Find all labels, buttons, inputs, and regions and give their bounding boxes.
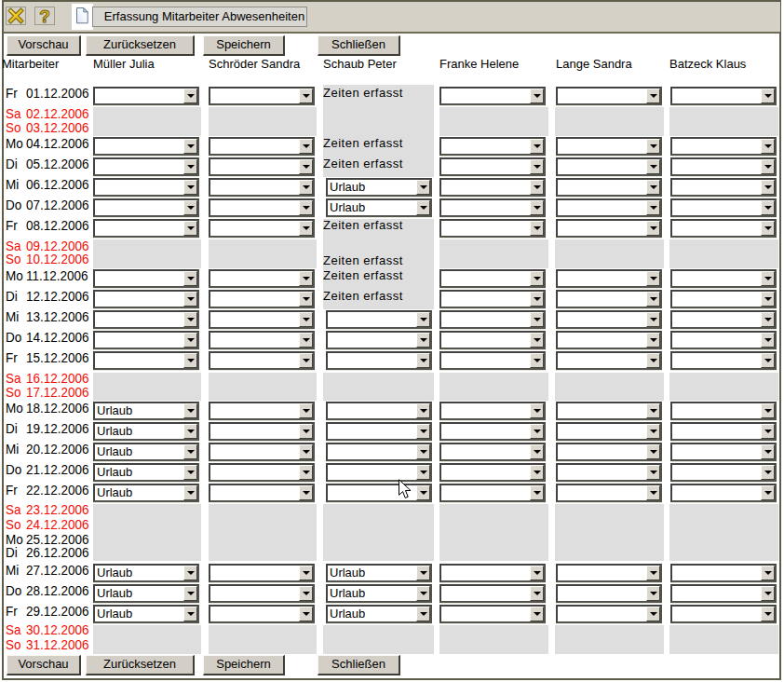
svg-text:?: ? — [39, 7, 50, 24]
